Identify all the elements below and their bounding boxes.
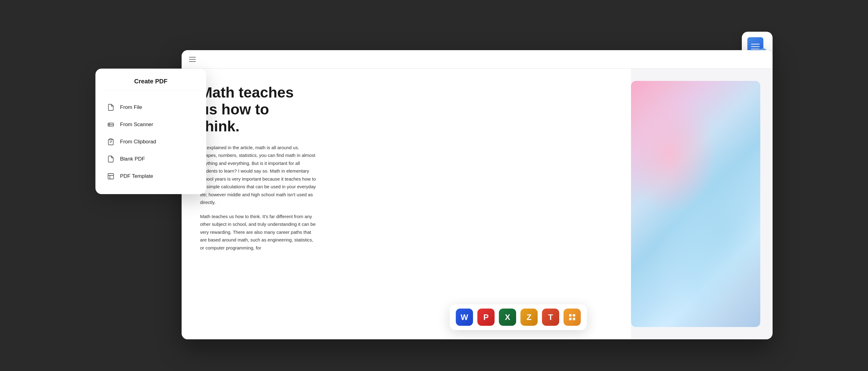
blank-pdf-label: Blank PDF: [120, 156, 145, 162]
fab-line-3: [751, 48, 760, 49]
powerpoint-app-icon[interactable]: P: [477, 309, 495, 326]
menu-item-from-file[interactable]: From File: [103, 99, 199, 116]
hamburger-line-2: [189, 59, 196, 60]
menu-item-from-clipboard[interactable]: From Clipborad: [103, 133, 199, 150]
create-pdf-panel: Create PDF From File From Scanner: [95, 69, 206, 194]
file-icon: [106, 103, 115, 112]
article-body: As explained in the article, math is all…: [200, 144, 317, 252]
browser-content: Math teaches us how to think. As explain…: [182, 69, 773, 339]
svg-rect-9: [569, 318, 571, 320]
fab-line-2: [751, 46, 760, 47]
zap-app-icon[interactable]: Z: [521, 309, 538, 326]
menu-item-blank-pdf[interactable]: Blank PDF: [103, 150, 199, 168]
menu-item-pdf-template[interactable]: PDF Template: [103, 168, 199, 185]
article-title: Math teaches us how to think.: [200, 84, 311, 135]
from-clipboard-label: From Clipborad: [120, 139, 156, 145]
scanner-icon: [106, 120, 115, 129]
from-file-label: From File: [120, 104, 142, 110]
svg-rect-10: [573, 318, 575, 320]
hamburger-menu[interactable]: [189, 57, 196, 62]
marble-texture: [631, 81, 760, 327]
template-icon: [106, 172, 115, 180]
clipboard-icon: [106, 137, 115, 146]
scene: + Create PDF From File: [95, 32, 773, 339]
pdf-template-label: PDF Template: [120, 173, 153, 179]
svg-rect-8: [573, 314, 575, 316]
create-pdf-title: Create PDF: [103, 78, 199, 90]
article-paragraph-1: As explained in the article, math is all…: [200, 144, 317, 206]
fab-line-1: [751, 44, 760, 44]
article-image: [631, 81, 760, 327]
content-area: Math teaches us how to think. As explain…: [182, 69, 631, 339]
svg-rect-7: [569, 314, 571, 316]
excel-app-icon[interactable]: X: [499, 309, 516, 326]
hamburger-line-3: [189, 61, 196, 62]
browser-window: Math teaches us how to think. As explain…: [182, 50, 773, 339]
sketch-app-icon[interactable]: [564, 309, 581, 326]
word-app-icon[interactable]: W: [456, 309, 473, 326]
blank-icon: [106, 155, 115, 163]
app-icons-bar: W P X Z T: [450, 304, 587, 330]
menu-item-from-scanner[interactable]: From Scanner: [103, 116, 199, 133]
browser-toolbar: [182, 50, 773, 69]
svg-rect-3: [110, 139, 112, 140]
article-paragraph-2: Math teaches us how to think. It's far d…: [200, 212, 317, 252]
from-scanner-label: From Scanner: [120, 122, 153, 128]
hamburger-line-1: [189, 57, 196, 58]
svg-rect-4: [108, 173, 114, 179]
text-app-icon[interactable]: T: [542, 309, 559, 326]
